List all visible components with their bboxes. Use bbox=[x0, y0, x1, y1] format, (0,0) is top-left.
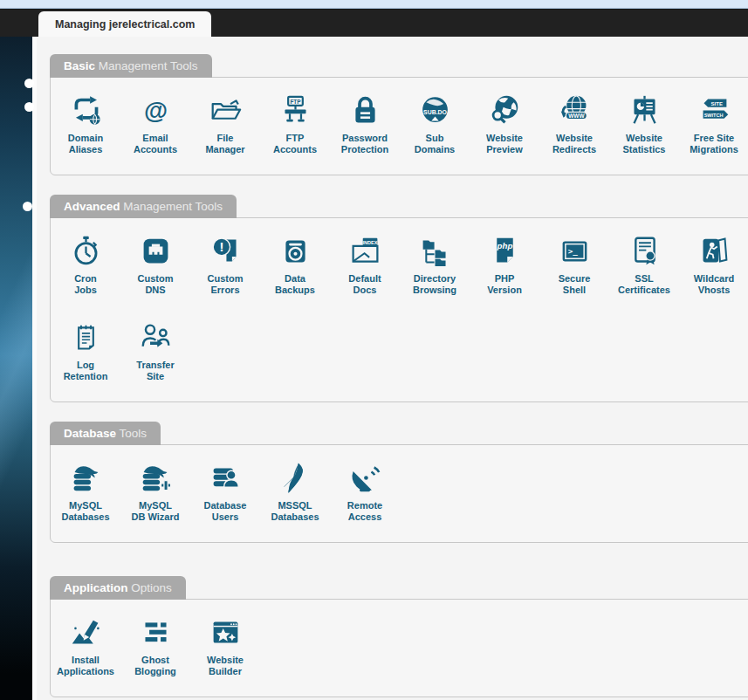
tool-remote-access[interactable]: Remote Access bbox=[330, 461, 400, 523]
section-box-advanced: Cron Jobs Custom DNS ! Custom Errors Dat… bbox=[50, 217, 748, 402]
control-panel: Basic Management Tools Domain Aliases @ … bbox=[32, 37, 748, 700]
tool-mysql-db-wizard[interactable]: MySQL DB Wizard bbox=[120, 461, 190, 523]
tool-label: Website Builder bbox=[190, 655, 260, 677]
section-basic-management-tools: Basic Management Tools Domain Aliases @ … bbox=[50, 54, 748, 175]
tool-label: Wildcard Vhosts bbox=[679, 273, 748, 296]
tool-mssql-databases[interactable]: MSSQL Databases bbox=[260, 461, 330, 523]
tool-sub-domains[interactable]: SUB.DO Sub Domains bbox=[400, 93, 470, 155]
password-protection-icon bbox=[330, 93, 400, 127]
tool-label: Website Statistics bbox=[609, 133, 679, 155]
tool-website-preview[interactable]: Website Preview bbox=[470, 93, 539, 155]
tool-label: Default Docs bbox=[330, 273, 400, 296]
tool-label: Custom Errors bbox=[190, 273, 260, 296]
tool-cron-jobs[interactable]: Cron Jobs bbox=[51, 234, 120, 296]
bullet-dot bbox=[24, 102, 34, 112]
tool-wildcard-vhosts[interactable]: Wildcard Vhosts bbox=[679, 234, 748, 296]
tool-label: Log Retention bbox=[51, 360, 120, 382]
tool-directory-browsing[interactable]: Directory Browsing bbox=[400, 234, 470, 296]
svg-text:SUB.DO: SUB.DO bbox=[423, 108, 448, 114]
sub-domains-icon: SUB.DO bbox=[400, 93, 470, 127]
tool-data-backups[interactable]: Data Backups bbox=[260, 234, 330, 296]
browser-top-strip bbox=[0, 0, 748, 9]
website-redirects-icon: WWW bbox=[539, 93, 609, 127]
svg-text:SITE: SITE bbox=[710, 101, 722, 106]
bullet-dot bbox=[24, 79, 34, 88]
tool-website-builder[interactable]: Website Builder bbox=[190, 615, 260, 677]
custom-errors-icon: ! bbox=[190, 234, 260, 267]
tool-custom-errors[interactable]: ! Custom Errors bbox=[190, 234, 260, 296]
tool-transfer-site[interactable]: Transfer Site bbox=[120, 320, 190, 382]
tool-label: FTP Accounts bbox=[260, 133, 330, 155]
tool-label: Custom DNS bbox=[120, 273, 190, 296]
background-image bbox=[0, 37, 32, 700]
directory-browsing-icon bbox=[400, 234, 470, 267]
tool-php-version[interactable]: php PHP Version bbox=[470, 234, 539, 296]
tool-label: Database Users bbox=[190, 500, 260, 523]
tool-free-site-migrations[interactable]: SITESWITCH Free Site Migrations bbox=[679, 93, 748, 155]
tool-custom-dns[interactable]: Custom DNS bbox=[120, 234, 190, 296]
section-advanced-management-tools: Advanced Management Tools Cron Jobs Cust… bbox=[50, 195, 748, 402]
tool-label: Sub Domains bbox=[400, 133, 470, 155]
wildcard-vhosts-icon bbox=[679, 234, 748, 267]
mysql-databases-icon bbox=[51, 461, 120, 494]
tool-domain-aliases[interactable]: Domain Aliases bbox=[51, 93, 120, 155]
tool-label: Password Protection bbox=[330, 133, 400, 155]
custom-dns-icon bbox=[120, 234, 190, 267]
svg-text:php: php bbox=[496, 240, 512, 250]
mssql-databases-icon bbox=[260, 461, 330, 494]
section-title-bold: Application bbox=[64, 581, 128, 594]
tool-mysql-databases[interactable]: MySQL Databases bbox=[51, 461, 120, 523]
tool-label: Directory Browsing bbox=[400, 273, 470, 296]
data-backups-icon bbox=[260, 234, 330, 267]
log-retention-icon bbox=[51, 320, 120, 353]
tool-label: PHP Version bbox=[470, 273, 539, 296]
svg-text:@: @ bbox=[143, 96, 167, 123]
section-title-bold: Basic bbox=[64, 59, 95, 72]
install-applications-icon bbox=[51, 615, 120, 649]
section-header-application: Application Options bbox=[50, 576, 186, 600]
tool-install-applications[interactable]: Install Applications bbox=[51, 615, 120, 677]
tool-ssl-certificates[interactable]: SSL Certificates bbox=[609, 234, 679, 296]
tab-managing-domain[interactable]: Managing jerelectrical.com bbox=[38, 11, 211, 37]
section-header-advanced: Advanced Management Tools bbox=[50, 195, 237, 218]
section-box-application: Install Applications Ghost Blogging Webs… bbox=[50, 599, 748, 697]
cron-jobs-icon bbox=[51, 234, 120, 267]
tool-password-protection[interactable]: Password Protection bbox=[330, 93, 400, 155]
tool-website-statistics[interactable]: Website Statistics bbox=[609, 93, 679, 155]
svg-text:WWW: WWW bbox=[568, 112, 585, 118]
tool-database-users[interactable]: Database Users bbox=[190, 461, 260, 523]
tool-label: MySQL DB Wizard bbox=[120, 500, 190, 523]
section-title-rest: Tools bbox=[120, 427, 148, 440]
tool-default-docs[interactable]: INDEX Default Docs bbox=[330, 234, 400, 296]
tool-website-redirects[interactable]: WWW Website Redirects bbox=[539, 93, 609, 155]
section-box-basic: Domain Aliases @ Email Accounts File Man… bbox=[50, 77, 748, 175]
section-header-basic: Basic Management Tools bbox=[50, 54, 212, 78]
tool-label: Domain Aliases bbox=[51, 133, 120, 155]
svg-text:>_: >_ bbox=[567, 246, 578, 256]
section-box-database: MySQL Databases MySQL DB Wizard Database… bbox=[50, 444, 748, 543]
svg-text:!: ! bbox=[219, 240, 223, 254]
tool-log-retention[interactable]: Log Retention bbox=[51, 320, 120, 382]
tool-file-manager[interactable]: File Manager bbox=[190, 93, 260, 155]
bullet-dot bbox=[23, 202, 32, 211]
section-header-database: Database Tools bbox=[50, 422, 161, 445]
svg-text:SWITCH: SWITCH bbox=[703, 113, 723, 118]
remote-access-icon bbox=[330, 461, 400, 494]
ghost-blogging-icon bbox=[120, 615, 190, 649]
default-docs-icon: INDEX bbox=[330, 234, 400, 267]
file-manager-icon bbox=[190, 93, 260, 127]
website-preview-icon bbox=[470, 93, 539, 127]
tool-email-accounts[interactable]: @ Email Accounts bbox=[120, 93, 190, 155]
tool-secure-shell[interactable]: >_ Secure Shell bbox=[539, 234, 609, 296]
tool-ftp-accounts[interactable]: FTP FTP Accounts bbox=[260, 93, 330, 155]
tool-label: Website Redirects bbox=[539, 133, 609, 155]
email-accounts-icon: @ bbox=[120, 93, 190, 127]
ftp-accounts-icon: FTP bbox=[260, 93, 330, 127]
tool-label: MySQL Databases bbox=[51, 500, 120, 523]
transfer-site-icon bbox=[120, 320, 190, 353]
tool-ghost-blogging[interactable]: Ghost Blogging bbox=[120, 615, 190, 677]
php-version-icon: php bbox=[470, 234, 539, 267]
tool-label: Transfer Site bbox=[120, 360, 190, 382]
tool-label: MSSQL Databases bbox=[260, 500, 330, 523]
section-title-bold: Database bbox=[64, 427, 116, 440]
